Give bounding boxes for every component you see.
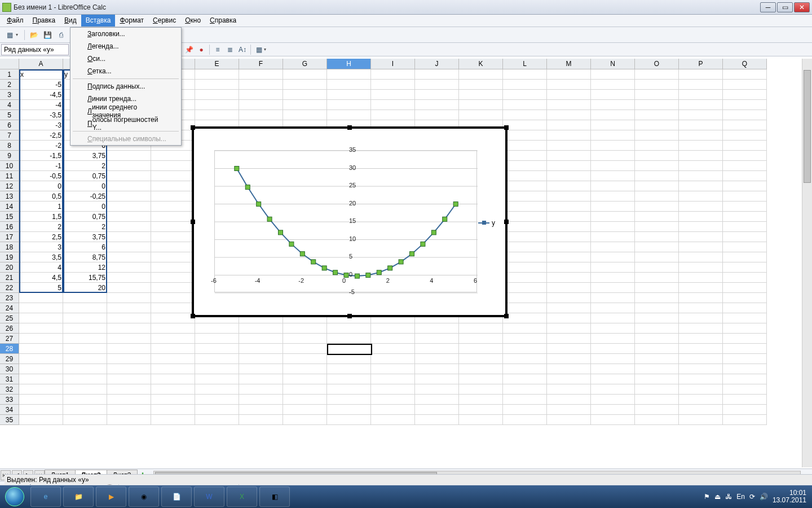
cell[interactable] xyxy=(503,161,547,171)
cell[interactable] xyxy=(63,334,107,344)
cell[interactable] xyxy=(723,384,767,395)
insert-menu-item[interactable]: Легенда... xyxy=(70,40,181,52)
row-header-12[interactable]: 12 xyxy=(0,181,19,191)
cell[interactable] xyxy=(239,374,283,384)
col-header-P[interactable]: P xyxy=(679,59,723,69)
cell[interactable] xyxy=(195,384,239,395)
cell[interactable] xyxy=(195,395,239,405)
cell[interactable] xyxy=(679,110,723,120)
task-ie[interactable]: e xyxy=(30,487,61,507)
cell[interactable]: 8,75 xyxy=(63,252,107,262)
name-box[interactable]: Ряд данных «y» xyxy=(1,44,69,55)
cell[interactable]: 1,5 xyxy=(19,212,63,222)
cell[interactable] xyxy=(459,374,503,384)
cell[interactable] xyxy=(19,405,63,415)
cell[interactable] xyxy=(723,374,767,384)
cell[interactable] xyxy=(151,242,195,252)
cell[interactable] xyxy=(503,90,547,100)
cell[interactable] xyxy=(723,141,767,151)
cell[interactable] xyxy=(107,303,151,313)
row-header-5[interactable]: 5 xyxy=(0,110,19,120)
cell[interactable] xyxy=(503,222,547,232)
cell[interactable] xyxy=(63,323,107,334)
cell[interactable] xyxy=(283,395,327,405)
cell[interactable] xyxy=(679,374,723,384)
row-header-4[interactable]: 4 xyxy=(0,100,19,110)
cell[interactable] xyxy=(679,384,723,395)
cell[interactable] xyxy=(503,130,547,141)
task-chrome[interactable]: ◉ xyxy=(129,487,159,507)
col-header-L[interactable]: L xyxy=(503,59,547,69)
cell[interactable] xyxy=(591,313,635,323)
row-header-9[interactable]: 9 xyxy=(0,151,19,161)
row-header-25[interactable]: 25 xyxy=(0,313,19,323)
cell[interactable] xyxy=(503,415,547,425)
cell[interactable] xyxy=(239,384,283,395)
cell[interactable] xyxy=(63,293,107,303)
col-header-H[interactable]: H xyxy=(327,59,371,69)
cell[interactable] xyxy=(63,405,107,415)
menu-правка[interactable]: Правка xyxy=(28,15,60,27)
cell[interactable] xyxy=(283,344,327,354)
cell[interactable] xyxy=(635,384,679,395)
cell[interactable] xyxy=(591,120,635,130)
cell[interactable] xyxy=(151,232,195,242)
cell[interactable] xyxy=(107,171,151,181)
cell[interactable] xyxy=(371,100,415,110)
cell[interactable] xyxy=(107,405,151,415)
menu-вид[interactable]: Вид xyxy=(60,15,81,27)
cell[interactable] xyxy=(503,151,547,161)
cell[interactable] xyxy=(151,405,195,415)
cell[interactable] xyxy=(591,364,635,374)
cell[interactable] xyxy=(591,262,635,273)
row-header-6[interactable]: 6 xyxy=(0,120,19,130)
cell[interactable] xyxy=(679,334,723,344)
cell[interactable] xyxy=(635,262,679,273)
cell[interactable] xyxy=(63,415,107,425)
cell[interactable] xyxy=(547,384,591,395)
task-media[interactable]: ▶ xyxy=(96,487,126,507)
cell[interactable] xyxy=(723,395,767,405)
cell[interactable] xyxy=(723,262,767,273)
row-header-13[interactable]: 13 xyxy=(0,191,19,202)
cell[interactable] xyxy=(283,90,327,100)
cell[interactable] xyxy=(151,384,195,395)
cell[interactable]: x xyxy=(19,69,63,80)
cell[interactable] xyxy=(503,80,547,90)
cell[interactable] xyxy=(635,90,679,100)
cell[interactable] xyxy=(723,212,767,222)
cell[interactable]: -2,5 xyxy=(19,130,63,141)
cell[interactable]: 12 xyxy=(63,262,107,273)
cell[interactable] xyxy=(151,334,195,344)
cell[interactable] xyxy=(503,293,547,303)
minimize-button[interactable]: ─ xyxy=(760,2,776,12)
cell[interactable]: 1 xyxy=(19,202,63,212)
cell[interactable] xyxy=(327,415,371,425)
cell[interactable] xyxy=(503,181,547,191)
row-header-20[interactable]: 20 xyxy=(0,262,19,273)
cell[interactable] xyxy=(107,161,151,171)
cell[interactable] xyxy=(679,364,723,374)
cell[interactable] xyxy=(723,161,767,171)
cell[interactable]: 6 xyxy=(63,242,107,252)
cell[interactable] xyxy=(19,293,63,303)
cell[interactable] xyxy=(195,374,239,384)
cell[interactable] xyxy=(327,323,371,334)
resize-handle-s[interactable] xyxy=(347,314,352,318)
cell[interactable] xyxy=(283,354,327,364)
cell[interactable] xyxy=(635,171,679,181)
cell[interactable] xyxy=(107,415,151,425)
cell[interactable] xyxy=(239,69,283,80)
cell[interactable] xyxy=(591,100,635,110)
cell[interactable] xyxy=(415,69,459,80)
cell[interactable] xyxy=(591,171,635,181)
row-header-33[interactable]: 33 xyxy=(0,395,19,405)
col-header-J[interactable]: J xyxy=(415,59,459,69)
cell[interactable] xyxy=(723,100,767,110)
tray-flag-icon[interactable]: ⚑ xyxy=(704,493,710,501)
cell[interactable] xyxy=(635,313,679,323)
cell[interactable] xyxy=(327,100,371,110)
col-header-F[interactable]: F xyxy=(239,59,283,69)
cell[interactable] xyxy=(679,283,723,293)
align-left-button[interactable]: ≡ xyxy=(211,43,224,56)
